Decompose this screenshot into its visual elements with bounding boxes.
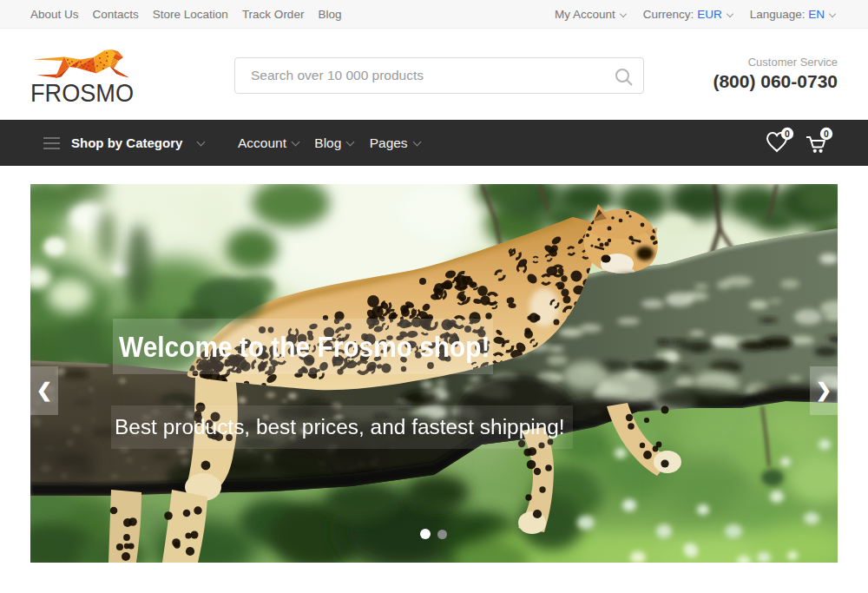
svg-text:FROSMO: FROSMO — [31, 78, 134, 103]
svg-text:0: 0 — [785, 128, 790, 139]
svg-text:0: 0 — [824, 128, 829, 139]
